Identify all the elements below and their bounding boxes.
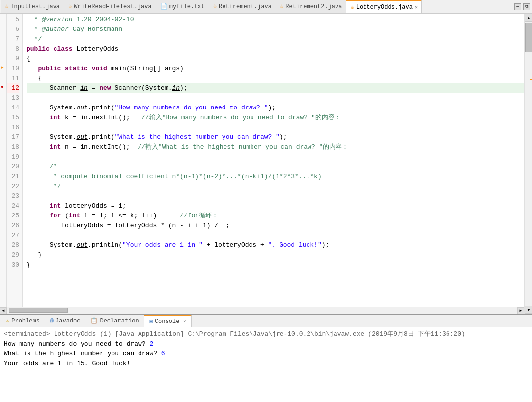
code-line-23: [27, 191, 524, 201]
java-icon: ☕: [350, 3, 354, 11]
declaration-label: Declaration: [100, 318, 139, 324]
tab-retirement2[interactable]: ☕ Retirement2.java: [276, 0, 346, 13]
code-line-30: }: [27, 260, 524, 270]
tab-retirement[interactable]: ☕ Retirement.java: [209, 0, 276, 13]
tab-label: LotteryOdds.java: [356, 4, 413, 11]
tab-label: Retirement.java: [219, 3, 272, 10]
window-controls: — ⧉: [514, 3, 532, 10]
java-icon: ☕: [5, 3, 8, 10]
console-label: Console: [155, 318, 179, 325]
editor-main: ▶ ● 5 6 7 8 9 10 11 12 13 14 15 16 17 18: [0, 14, 532, 314]
javadoc-icon: @: [50, 318, 54, 324]
console-icon: ▣: [149, 318, 153, 325]
code-line-16: [27, 123, 524, 133]
console-line1: How many numbers do you need to draw? 2: [4, 339, 528, 349]
close-console-icon[interactable]: ✕: [183, 319, 186, 324]
code-line-18: int n = in.nextInt(); //输入"What is the h…: [27, 142, 524, 152]
code-line-26: lotteryOdds = lotteryOdds * (n - i + 1) …: [27, 221, 524, 231]
code-editor[interactable]: * @version 1.20 2004-02-10 * @author Cay…: [23, 14, 524, 314]
ide-window: ☕ InputTest.java ☕ WriteReadFileTest.jav…: [0, 0, 532, 402]
bottom-tab-bar: ⚠ Problems @ Javadoc 📋 Declaration ▣ Con…: [0, 315, 532, 327]
code-line-10: public static void main(String[] args): [27, 64, 524, 74]
code-line-12: Scanner in = new Scanner(System.in);: [27, 83, 524, 93]
console-line3: Your odds are 1 in 15. Good luck!: [4, 359, 528, 369]
tab-lotteryodds[interactable]: ☕ LotteryOdds.java ✕: [346, 0, 421, 13]
vertical-scrollbar[interactable]: ▲ ▼: [524, 14, 532, 314]
code-line-8: public class LotteryOdds: [27, 44, 524, 54]
editor-area: ▶ ● 5 6 7 8 9 10 11 12 13 14 15 16 17 18: [0, 14, 532, 314]
code-line-15: int k = in.nextInt(); //输入"How many numb…: [27, 113, 524, 123]
console-terminated-line: <terminated> LotteryOdds (1) [Java Appli…: [4, 329, 528, 339]
h-scroll-track[interactable]: [7, 307, 517, 314]
code-line-20: /*: [27, 162, 524, 172]
code-line-29: }: [27, 250, 524, 260]
declaration-icon: 📋: [90, 317, 98, 324]
code-line-7: */: [27, 34, 524, 44]
scroll-right-arrow[interactable]: ▶: [517, 307, 524, 314]
tab-myfile[interactable]: 📄 myfile.txt: [156, 0, 209, 13]
scroll-left-arrow[interactable]: ◀: [0, 307, 7, 314]
tab-inputtest[interactable]: ☕ InputTest.java: [1, 0, 64, 13]
tab-declaration[interactable]: 📋 Declaration: [85, 315, 144, 327]
bottom-panel: ⚠ Problems @ Javadoc 📋 Declaration ▣ Con…: [0, 314, 532, 402]
editor-tab-bar: ☕ InputTest.java ☕ WriteReadFileTest.jav…: [0, 0, 532, 14]
code-line-17: System.out.print("What is the highest nu…: [27, 133, 524, 142]
code-line-11: {: [27, 74, 524, 83]
code-line-19: [27, 152, 524, 162]
java-icon: ☕: [213, 3, 217, 10]
breakpoint-marker: ●: [1, 82, 3, 92]
scroll-down-arrow[interactable]: ▼: [525, 306, 532, 314]
code-line-22: */: [27, 182, 524, 191]
javadoc-label: Javadoc: [56, 318, 80, 324]
java-icon: ☕: [68, 3, 72, 10]
problems-icon: ⚠: [6, 317, 9, 324]
code-line-5: * @version 1.20 2004-02-10: [27, 15, 524, 25]
code-line-13: [27, 93, 524, 103]
code-line-25: for (int i = 1; i <= k; i++) //for循环：: [27, 211, 524, 221]
tab-label: InputTest.java: [10, 3, 60, 10]
line-numbers: 5 6 7 8 9 10 11 12 13 14 15 16 17 18 19 …: [7, 14, 23, 314]
file-icon: 📄: [160, 3, 168, 10]
code-line-27: [27, 231, 524, 241]
code-line-14: System.out.print("How many numbers do yo…: [27, 103, 524, 113]
code-line-6: * @author Cay Horstmann: [27, 25, 524, 34]
scroll-thumb[interactable]: [525, 23, 532, 52]
scroll-up-arrow[interactable]: ▲: [525, 14, 532, 22]
code-line-28: System.out.println("Your odds are 1 in "…: [27, 241, 524, 250]
java-icon: ☕: [280, 3, 283, 10]
tab-label: Retirement2.java: [285, 3, 342, 10]
close-tab-icon[interactable]: ✕: [415, 4, 418, 10]
tab-label: myfile.txt: [169, 3, 205, 10]
minimize-button[interactable]: —: [514, 3, 521, 10]
console-output: <terminated> LotteryOdds (1) [Java Appli…: [0, 327, 532, 402]
tab-javadoc[interactable]: @ Javadoc: [45, 315, 86, 327]
tab-writereadfile[interactable]: ☕ WriteReadFileTest.java: [64, 0, 156, 13]
tab-console[interactable]: ▣ Console ✕: [144, 315, 192, 327]
console-line2: What is the highest number you can draw?…: [4, 349, 528, 359]
problems-label: Problems: [11, 318, 40, 324]
tab-problems[interactable]: ⚠ Problems: [1, 315, 45, 327]
tab-label: WriteReadFileTest.java: [74, 3, 151, 10]
scroll-marker-warning: [530, 79, 532, 80]
horizontal-scrollbar[interactable]: ◀ ▶: [0, 307, 524, 314]
code-line-24: int lotteryOdds = 1;: [27, 201, 524, 211]
code-line-9: {: [27, 54, 524, 64]
restore-button[interactable]: ⧉: [523, 3, 530, 10]
scroll-track[interactable]: [525, 22, 532, 306]
run-arrow: ▶: [1, 63, 3, 73]
h-scroll-thumb[interactable]: [9, 308, 68, 313]
left-margin: ▶ ●: [0, 14, 7, 314]
code-line-21: * compute binomial coefficient n*(n-1)*(…: [27, 172, 524, 182]
